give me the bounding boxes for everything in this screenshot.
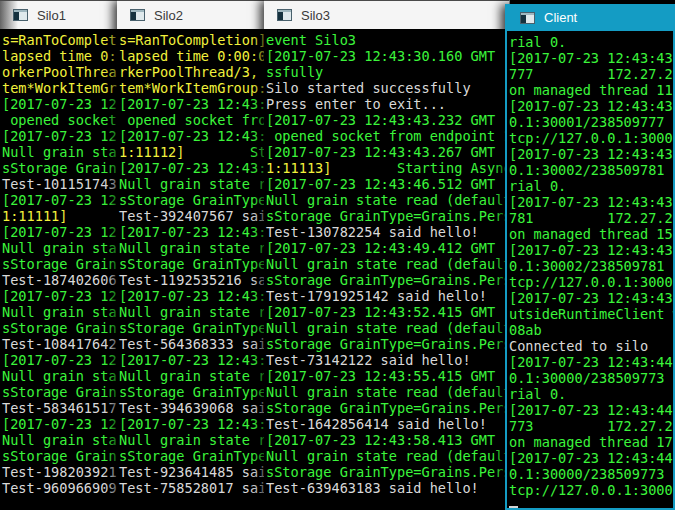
console-line: Test-392407567 said <box>119 208 264 224</box>
window-title: Silo2 <box>154 8 183 23</box>
console-line: Test-101151743 <box>2 176 117 192</box>
console-line: s=RanToCompletion] <box>119 32 264 48</box>
console-line: [2017-07-23 12 <box>2 224 117 240</box>
console-line: 0.1:30002/238509781 <box>509 258 673 274</box>
console-line: Test-1791925142 said hello! <box>266 288 509 304</box>
console-line: Null grain sta <box>2 368 117 384</box>
console-line: [2017-07-23 12:43:46.512 GMT <box>266 176 509 192</box>
console-line: opened socket <box>2 112 117 128</box>
console-line: opened socket from endpoint 1 <box>266 128 509 144</box>
console-line: [2017-07-23 12:43:44. <box>509 450 673 466</box>
console-line: 08ab <box>509 322 673 338</box>
console-line: lapsed time 0:00:02 <box>119 48 264 64</box>
console-line: Test-394639068 said <box>119 400 264 416</box>
console-line: Test-639463183 said hello! <box>266 480 509 496</box>
console-line: on managed thread 15 <box>509 226 673 242</box>
console-output[interactable]: rial 0.[2017-07-23 12:43:43.777 172.27.2… <box>507 31 673 508</box>
console-line: 1:11113] Starting Async <box>266 160 509 176</box>
console-line: sStorage Grain <box>2 320 117 336</box>
console-line: tcp://127.0.0.1:30000 <box>509 482 673 498</box>
console-output[interactable]: s=RanToCompletion]lapsed time 0:00:02rke… <box>117 29 264 510</box>
console-line: orkerPoolThrea <box>2 64 117 80</box>
console-line: opened socket from <box>119 112 264 128</box>
console-line: rial 0. <box>509 34 673 50</box>
console-line: sStorage GrainType= <box>119 192 264 208</box>
console-line: [2017-07-23 12:43:43.232 GMT <box>266 112 509 128</box>
console-window-icon[interactable] <box>277 9 292 21</box>
console-line: rkerPoolThread/3, M <box>119 64 264 80</box>
console-line: [2017-07-23 12 <box>2 288 117 304</box>
console-line: tem*WorkItemGroup:N <box>119 80 264 96</box>
console-line: [2017-07-23 12:43:43. <box>509 290 673 306</box>
console-line: Test-1192535216 sai <box>119 272 264 288</box>
titlebar-silo1[interactable]: Silo1 <box>0 1 117 29</box>
console-line: [2017-07-23 12:43:43. <box>509 242 673 258</box>
console-line: [2017-07-23 12 <box>2 352 117 368</box>
console-line: Test-923641485 said <box>119 464 264 480</box>
window-silo3[interactable]: Silo3 event Silo3[2017-07-23 12:43:30.16… <box>264 0 510 510</box>
console-line: on managed thread 17 <box>509 434 673 450</box>
console-line: [2017-07-23 12 <box>2 96 117 112</box>
console-line: Connected to silo <box>509 338 673 354</box>
console-line: rial 0. <box>509 386 673 402</box>
console-window-icon[interactable] <box>130 9 145 21</box>
console-line: Silo started successfully <box>266 80 509 96</box>
console-line: [2017-07-23 12:43:4 <box>119 96 264 112</box>
console-output[interactable]: event Silo3[2017-07-23 12:43:30.160 GMTs… <box>264 29 509 510</box>
console-line: sStorage GrainType=Grains.Pers <box>266 400 509 416</box>
titlebar-silo2[interactable]: Silo2 <box>117 1 264 29</box>
console-line: sStorage GrainType= <box>119 448 264 464</box>
console-line: [2017-07-23 12:43:5 <box>119 288 264 304</box>
titlebar-silo3[interactable]: Silo3 <box>264 1 509 29</box>
console-line: Null grain state read (default <box>266 192 509 208</box>
console-line: Null grain sta <box>2 304 117 320</box>
console-line: Test-960966909 <box>2 480 117 496</box>
console-line: Test-187402606 <box>2 272 117 288</box>
console-line: 1:11112] Sta <box>119 144 264 160</box>
console-line: sStorage GrainType= <box>119 384 264 400</box>
console-line: [2017-07-23 12:43:5 <box>119 352 264 368</box>
console-line: 773 172.27.224.22 <box>509 418 673 434</box>
console-line: lapsed time 0: <box>2 48 117 64</box>
console-line: sStorage GrainType=Grains.Pers <box>266 464 509 480</box>
window-silo1[interactable]: Silo1 s=RanToCompletilapsed time 0:orker… <box>0 0 118 510</box>
console-line: [2017-07-23 12:43:43. <box>509 50 673 66</box>
window-title: Silo1 <box>37 8 66 23</box>
console-line: ssfully <box>266 64 509 80</box>
console-line: [2017-07-23 12:43:43. <box>509 98 673 114</box>
console-line: Null grain state re <box>119 240 264 256</box>
console-line: sStorage GrainType=Grains.Pers <box>266 272 509 288</box>
console-line: Null grain state read (default <box>266 320 509 336</box>
console-line: 0.1:30002/238509781 <box>509 162 673 178</box>
titlebar-client[interactable]: Client <box>507 4 673 31</box>
console-line: Test-108417642 <box>2 336 117 352</box>
console-line: [2017-07-23 12 <box>2 416 117 432</box>
console-line: [2017-07-23 12:43:55.415 GMT <box>266 368 509 384</box>
console-line: Test-73142122 said hello! <box>266 352 509 368</box>
console-line: sStorage Grain <box>2 160 117 176</box>
console-line: on managed thread 11 <box>509 82 673 98</box>
console-line: sStorage GrainType=Grains.Pers <box>266 208 509 224</box>
console-output[interactable]: s=RanToCompletilapsed time 0:orkerPoolTh… <box>0 29 117 510</box>
console-line: Test-1642856414 said hello! <box>266 416 509 432</box>
console-line: Test-198203921 <box>2 464 117 480</box>
console-line: Test-130782254 said hello! <box>266 224 509 240</box>
console-line: Null grain sta <box>2 432 117 448</box>
console-line: sStorage Grain <box>2 256 117 272</box>
console-line: sStorage GrainType=Grains.Pers <box>266 336 509 352</box>
window-client[interactable]: Client rial 0.[2017-07-23 12:43:43.777 1… <box>505 4 675 510</box>
console-line: event Silo3 <box>266 32 509 48</box>
console-line: [2017-07-23 12:43:4 <box>119 224 264 240</box>
text-cursor <box>509 506 518 508</box>
console-line: tcp://127.0.0.1:30001 <box>509 130 673 146</box>
console-line: Press enter to exit... <box>266 96 509 112</box>
console-line: [2017-07-23 12:43:43. <box>509 146 673 162</box>
console-line: s=RanToCompleti <box>2 32 117 48</box>
console-line: Null grain state re <box>119 176 264 192</box>
console-line: Null grain state re <box>119 304 264 320</box>
console-line: [2017-07-23 12:43:58.413 GMT <box>266 432 509 448</box>
console-window-icon[interactable] <box>13 9 28 21</box>
window-silo2[interactable]: Silo2 s=RanToCompletion]lapsed time 0:00… <box>117 0 265 510</box>
console-line: sStorage Grain <box>2 384 117 400</box>
console-window-icon[interactable] <box>520 12 535 24</box>
